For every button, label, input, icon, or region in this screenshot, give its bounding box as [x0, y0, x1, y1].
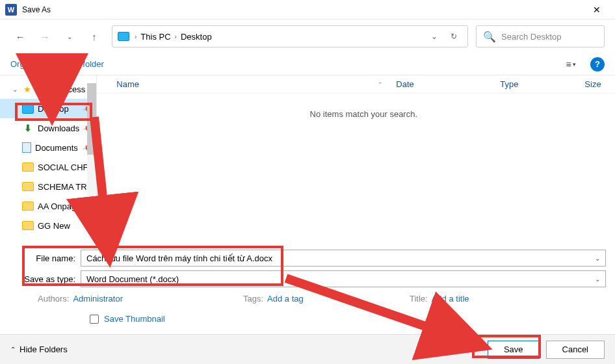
chevron-down-icon[interactable]: ⌄ — [590, 255, 600, 262]
address-dropdown-icon[interactable]: ⌄ — [426, 28, 443, 45]
savetype-select[interactable]: Word Document (*.docx) ⌄ — [81, 270, 606, 287]
view-options-button[interactable]: ≡ ▾ — [562, 55, 580, 73]
column-type[interactable]: Type — [493, 79, 578, 89]
chevron-down-icon[interactable]: ⌄ — [590, 276, 600, 283]
sort-caret-icon: ⌃ — [378, 81, 383, 88]
footer: ⌃ Hide Folders Tools▾ Save Cancel — [0, 334, 615, 364]
authors-value[interactable]: Administrator — [73, 294, 123, 304]
nav-row: ← → ⌄ ↑ › This PC › Desktop ⌄ ↻ 🔍 — [0, 20, 615, 53]
sidebar-item-social[interactable]: SOCIAL CHF — [0, 157, 96, 177]
sidebar-item-downloads[interactable]: ⬇ Downloads 📌 — [0, 118, 96, 138]
authors-label: Authors: — [38, 294, 69, 304]
column-date[interactable]: Date — [389, 79, 493, 89]
filename-label: File name: — [9, 254, 81, 263]
close-button[interactable]: ✕ — [584, 1, 610, 19]
empty-message: No items match your search. — [97, 109, 615, 119]
help-button[interactable]: ? — [590, 57, 605, 72]
forward-button[interactable]: → — [35, 27, 55, 46]
star-icon: ★ — [23, 84, 31, 94]
savetype-label: Save as type: — [9, 274, 81, 284]
tags-value[interactable]: Add a tag — [267, 294, 304, 304]
breadcrumb-child[interactable]: Desktop — [181, 32, 212, 42]
chevron-up-icon: ⌃ — [10, 346, 16, 353]
cancel-button[interactable]: Cancel — [546, 341, 605, 359]
save-form: File name: ⌄ Save as type: Word Document… — [0, 243, 615, 328]
address-bar[interactable]: › This PC › Desktop ⌄ ↻ — [112, 25, 468, 47]
column-headers: Name⌃ Date Type Size — [97, 75, 615, 94]
back-button[interactable]: ← — [10, 27, 30, 46]
chevron-right-icon: › — [175, 33, 177, 40]
sidebar-item-gg-new[interactable]: GG New — [0, 216, 96, 235]
download-icon: ⬇ — [22, 123, 34, 133]
sidebar-item-documents[interactable]: Documents 📌 — [0, 138, 96, 157]
chevron-down-icon: ▾ — [466, 346, 469, 353]
toolbar: Organize▼ New folder ≡ ▾ ? — [0, 53, 615, 75]
tools-dropdown[interactable]: Tools▾ — [444, 344, 469, 354]
desktop-icon — [118, 32, 129, 41]
search-input[interactable] — [501, 32, 597, 42]
sidebar-scrollbar[interactable] — [87, 79, 96, 216]
up-button[interactable]: ↑ — [85, 27, 104, 46]
filename-field[interactable] — [86, 254, 590, 263]
refresh-button[interactable]: ↻ — [445, 28, 462, 45]
new-folder-button[interactable]: New folder — [64, 59, 104, 69]
desktop-icon — [22, 103, 34, 114]
titlebar: W Save As ✕ — [0, 0, 615, 20]
save-button[interactable]: Save — [488, 341, 540, 359]
recent-dropdown[interactable]: ⌄ — [60, 27, 79, 46]
folder-icon — [22, 162, 34, 172]
search-icon: 🔍 — [483, 31, 496, 43]
filename-input[interactable]: ⌄ — [81, 250, 606, 266]
sidebar: ⌄ ★ Quick access Desktop 📌 ⬇ Downloads 📌… — [0, 75, 97, 243]
document-icon — [22, 142, 31, 153]
breadcrumb-root[interactable]: This PC — [140, 32, 170, 42]
sidebar-quick-access[interactable]: ⌄ ★ Quick access — [0, 79, 96, 99]
tags-label: Tags: — [243, 294, 263, 304]
file-area: Name⌃ Date Type Size No items match your… — [97, 75, 615, 243]
chevron-down-icon: ▼ — [47, 61, 53, 68]
column-name[interactable]: Name⌃ — [110, 79, 389, 89]
collapse-icon[interactable]: ⌄ — [10, 86, 20, 93]
title-value[interactable]: Add a title — [432, 294, 469, 304]
folder-icon — [22, 221, 34, 230]
word-app-icon: W — [5, 4, 17, 16]
search-box[interactable]: 🔍 — [476, 25, 605, 47]
column-size[interactable]: Size — [578, 79, 615, 89]
sidebar-item-aa-onpage[interactable]: AA Onpage — [0, 196, 96, 216]
window-title: Save As — [22, 5, 51, 14]
folder-icon — [22, 202, 34, 211]
sidebar-item-desktop[interactable]: Desktop 📌 — [0, 99, 96, 118]
organize-button[interactable]: Organize▼ — [10, 59, 53, 69]
sidebar-item-schema[interactable]: SCHEMA TR — [0, 177, 96, 196]
save-thumbnail-checkbox[interactable] — [90, 315, 99, 324]
title-label: Title: — [410, 294, 428, 304]
hide-folders-button[interactable]: ⌃ Hide Folders — [10, 344, 68, 354]
save-thumbnail-label[interactable]: Save Thumbnail — [104, 314, 165, 324]
chevron-right-icon: › — [135, 33, 137, 40]
folder-icon — [22, 182, 34, 191]
